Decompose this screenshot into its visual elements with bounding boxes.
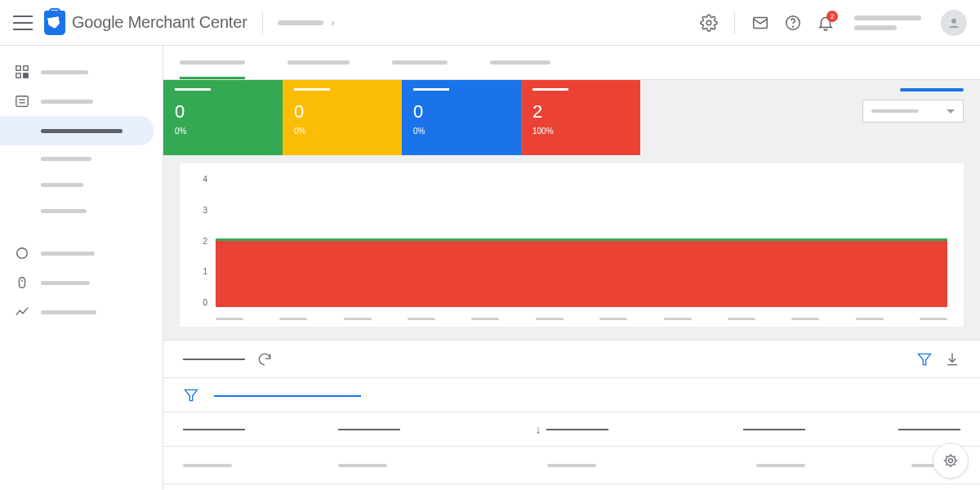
svg-point-19 — [949, 459, 953, 463]
divider — [262, 11, 263, 34]
app-title: Google Merchant Center — [72, 13, 247, 32]
tabs — [163, 46, 980, 80]
refresh-icon[interactable] — [256, 351, 273, 368]
tab-1[interactable] — [180, 46, 245, 79]
table-col-5[interactable] — [805, 428, 960, 430]
sidebar-item-active[interactable] — [0, 116, 154, 145]
svg-marker-15 — [919, 354, 931, 364]
svg-point-18 — [946, 456, 956, 466]
arrow-down-icon: ↓ — [536, 423, 541, 436]
chart-line-icon — [15, 305, 29, 319]
svg-rect-7 — [16, 74, 20, 78]
account-avatar[interactable] — [941, 10, 967, 36]
table-col-2[interactable] — [338, 428, 493, 430]
merchant-center-badge-icon — [44, 11, 65, 35]
toolbar-title — [183, 358, 245, 360]
chevron-down-icon — [947, 109, 955, 114]
svg-point-12 — [17, 248, 28, 259]
menu-toggle-icon[interactable] — [13, 16, 33, 30]
svg-line-24 — [946, 456, 947, 457]
sidebar-item-2[interactable] — [0, 87, 163, 116]
status-chart: 01234 — [180, 163, 964, 327]
status-panel: 00% 00% 00% 2100% 01234 — [163, 80, 980, 341]
tab-4[interactable] — [490, 46, 550, 79]
svg-line-25 — [954, 464, 956, 466]
help-icon[interactable] — [784, 14, 802, 32]
download-icon[interactable] — [944, 351, 960, 368]
status-card-disapproved[interactable]: 2100% — [521, 80, 640, 155]
svg-rect-13 — [19, 278, 24, 288]
account-label[interactable] — [854, 16, 921, 30]
sidebar-subitem-1[interactable] — [0, 145, 163, 172]
destination-select[interactable] — [862, 100, 964, 122]
svg-line-27 — [946, 464, 947, 466]
table-toolbar — [163, 341, 980, 378]
sidebar-item-3[interactable] — [0, 238, 163, 268]
sidebar-item-1[interactable] — [0, 57, 163, 87]
grid-icon — [15, 65, 29, 79]
svg-point-0 — [706, 20, 711, 25]
breadcrumb[interactable]: › — [278, 17, 335, 29]
progress-icon — [15, 246, 29, 261]
filter-icon[interactable] — [183, 387, 199, 403]
main-content: 00% 00% 00% 2100% 01234 — [163, 46, 980, 490]
svg-marker-17 — [185, 390, 198, 400]
list-icon — [15, 94, 29, 109]
svg-rect-6 — [24, 66, 28, 70]
chevron-right-icon: › — [332, 17, 335, 29]
svg-rect-9 — [16, 96, 28, 107]
svg-rect-5 — [16, 66, 20, 70]
table-col-sorted[interactable]: ↓ — [494, 423, 649, 436]
settings-icon[interactable] — [700, 14, 718, 32]
notification-badge: 2 — [826, 11, 838, 22]
status-card-expiring[interactable]: 00% — [402, 80, 521, 155]
app-logo[interactable]: Google Merchant Center — [44, 11, 247, 35]
sidebar-nav — [0, 46, 163, 490]
filter-row — [163, 378, 980, 412]
mouse-icon — [15, 275, 29, 290]
svg-rect-8 — [24, 74, 28, 78]
status-card-pending[interactable]: 00% — [283, 80, 402, 155]
divider — [734, 11, 735, 34]
table-header: ↓ — [163, 412, 980, 447]
table-row[interactable] — [163, 447, 980, 484]
table-col-4[interactable] — [649, 428, 804, 430]
svg-line-26 — [954, 456, 956, 457]
global-header: Google Merchant Center › 2 — [0, 0, 980, 46]
tab-3[interactable] — [392, 46, 448, 79]
notifications-icon[interactable]: 2 — [817, 14, 835, 32]
feedback-fab[interactable] — [933, 443, 969, 479]
sidebar-item-4[interactable] — [0, 268, 163, 297]
add-filter-link[interactable] — [214, 394, 361, 397]
svg-point-3 — [793, 26, 794, 27]
table-col-1[interactable] — [183, 428, 338, 430]
sidebar-subitem-2[interactable] — [0, 172, 163, 198]
sidebar-item-5[interactable] — [0, 297, 163, 327]
filter-icon[interactable] — [916, 351, 933, 368]
mail-icon[interactable] — [751, 14, 769, 32]
status-card-active[interactable]: 00% — [163, 80, 283, 155]
view-link[interactable] — [900, 88, 964, 91]
svg-rect-1 — [754, 17, 768, 28]
svg-point-4 — [951, 18, 956, 23]
sidebar-subitem-3[interactable] — [0, 198, 163, 224]
tab-2[interactable] — [287, 46, 350, 79]
